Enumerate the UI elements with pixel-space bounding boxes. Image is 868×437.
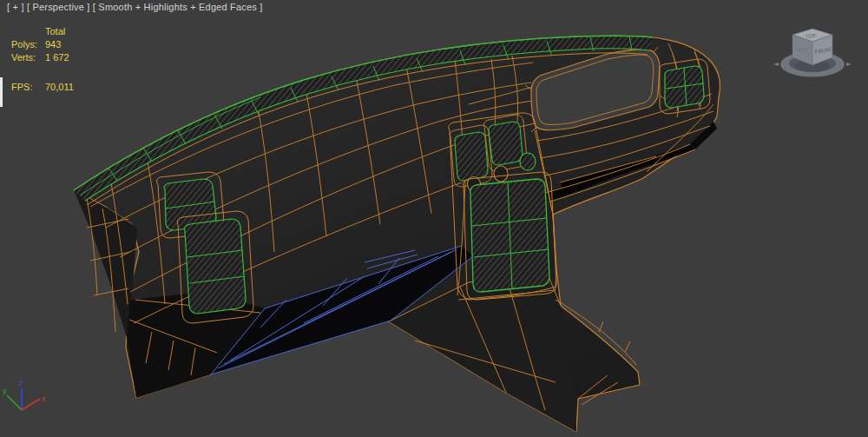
stats-fps: FPS: 70,011 [11,82,32,92]
console-knob-2[interactable] [494,166,508,182]
viewport-canvas[interactable]: z y x TOP FRONT LEFT [0,0,868,437]
left-edge-artifact [0,77,3,107]
console-vent-right[interactable] [489,122,523,165]
console-knob-3[interactable] [520,153,536,170]
viewport[interactable]: z y x TOP FRONT LEFT [ + ] [ Perspective… [0,0,868,437]
viewport-label[interactable]: [ + ] [ Perspective ] [ Smooth + Highlig… [7,2,263,12]
axis-y-label: y [3,387,7,395]
axis-z-label: z [19,379,23,387]
viewcube-top-label[interactable]: TOP [806,33,817,39]
stats-header: Total [45,26,65,36]
stats-verts: Verts: 1 672 [11,52,36,63]
stats-polys: Polys: 943 [11,39,37,50]
axis-x-label: x [42,394,46,403]
console-vent-left[interactable] [455,132,488,181]
